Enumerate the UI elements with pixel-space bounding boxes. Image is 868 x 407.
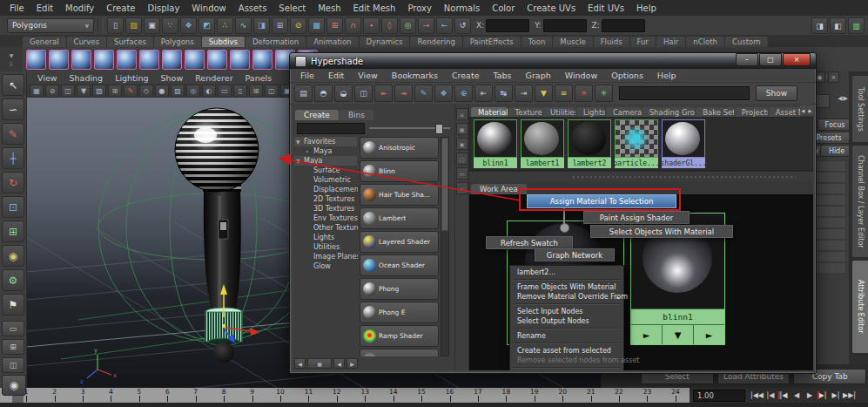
tab-channel-box[interactable]: Channel Box / Layer Editor — [851, 145, 868, 258]
context-item-remove-override[interactable]: Remove Material Override From► — [510, 292, 623, 302]
tab-bins[interactable]: Bins — [340, 110, 373, 120]
context-item-frame-objects[interactable]: Frame Objects With Material — [510, 282, 623, 292]
shelf-tab-rendering[interactable]: Rendering — [410, 37, 461, 47]
work-area-canvas[interactable]: blinn1 ►▼► lambert2...Frame Objects With… — [469, 194, 813, 370]
shelf-tab-fur[interactable]: Fur — [630, 37, 656, 47]
refresh-swatch-button[interactable]: Refresh Swatch — [486, 236, 573, 249]
menu-window[interactable]: Window — [185, 2, 232, 15]
material-list-scrollbar[interactable] — [441, 137, 449, 356]
swatch-lambert1[interactable]: lambert1 — [521, 119, 564, 168]
panel-menu-panels[interactable]: Panels — [239, 73, 279, 83]
step-back-key-button[interactable]: |◀ — [777, 390, 790, 401]
image-plane-icon[interactable]: ▧ — [92, 85, 106, 98]
material-anisotropic[interactable]: Anisotropic — [360, 137, 439, 159]
timeline-frame[interactable]: 23 — [633, 388, 661, 403]
shelf-tab-curves[interactable]: Curves — [67, 37, 107, 47]
resolution-gate-icon[interactable]: ▭ — [218, 85, 232, 98]
last-tool-icon[interactable]: ⚑ — [2, 294, 24, 315]
tree-3d-textures[interactable]: 3D Textures — [294, 204, 358, 214]
shelf-tab-polygons[interactable]: Polygons — [154, 37, 201, 47]
tree-lights[interactable]: Lights — [294, 233, 358, 242]
attribute-editor-toggle-icon[interactable]: ◨ — [811, 17, 828, 34]
page-left-icon[interactable]: ◀ — [333, 358, 345, 369]
hs-menu-file[interactable]: File — [293, 71, 321, 80]
subdiv-sphere-icon[interactable] — [26, 50, 46, 70]
list-view-icon[interactable]: ≡ — [456, 108, 468, 120]
hs-menu-help[interactable]: Help — [650, 71, 683, 80]
rearrange-graph-icon[interactable]: ❖ — [434, 85, 453, 102]
menu-set-selector[interactable]: Polygons ▼ — [7, 18, 94, 33]
subdiv-torus-icon[interactable] — [139, 50, 159, 70]
duplicate-shading-network-icon[interactable]: ⊕ — [454, 85, 473, 102]
maximize-button[interactable]: □ — [759, 53, 782, 66]
close-button[interactable]: × — [783, 53, 811, 66]
show-filter-button[interactable]: Show — [756, 85, 797, 101]
pane-layout-menu-icon[interactable]: ◉ — [2, 375, 26, 396]
timeline-frame[interactable]: 24 — [662, 388, 690, 403]
tab-tool-settings[interactable]: Tool Settings — [851, 75, 868, 143]
shelf-tab-toon[interactable]: Toon — [521, 37, 553, 47]
tabs-scroll-right-icon[interactable]: ▶ — [807, 105, 813, 115]
playback-speed-field[interactable]: 1.00 — [693, 390, 745, 402]
slider-thumb[interactable] — [435, 124, 443, 134]
timeline-frame[interactable]: 12 — [323, 388, 351, 403]
lasso-tool-icon[interactable]: ∽ — [2, 98, 24, 120]
subdiv-cone-icon[interactable] — [94, 50, 114, 70]
graph-network-button[interactable]: Graph Network — [535, 248, 615, 261]
timeline-frame[interactable]: 9 — [238, 388, 266, 403]
material-phong-e[interactable]: Phong E — [360, 302, 439, 323]
standard-mode-icon[interactable] — [252, 50, 273, 70]
previous-graph-icon[interactable]: ↞ — [374, 85, 393, 102]
menu-help[interactable]: Help — [630, 2, 663, 15]
select-tool-icon[interactable]: ↖ — [2, 74, 24, 96]
lock-selection-icon[interactable]: ⊘ — [290, 17, 306, 34]
toggle-create-bar-icon[interactable]: ▤ — [294, 85, 313, 102]
close-icon[interactable]: × — [828, 71, 839, 83]
timeline-frame[interactable]: 19 — [521, 388, 548, 403]
material-ramp-shader[interactable]: Ramp Shader — [360, 325, 439, 347]
tree-volumetric[interactable]: Volumetric — [294, 175, 358, 185]
snap-to-curve-icon[interactable]: ∩ — [345, 17, 361, 34]
step-forward-frame-button[interactable]: ▶| — [830, 390, 842, 401]
timeline-frame[interactable]: 15 — [407, 388, 435, 403]
menu-proxy[interactable]: Proxy — [401, 2, 437, 15]
context-item-select-input-nodes[interactable]: Select Input Nodes — [510, 307, 623, 316]
panel-menu-shading[interactable]: Shading — [64, 73, 110, 83]
soft-mod-tool-icon[interactable]: ◉ — [2, 245, 24, 267]
use-default-material-icon[interactable]: ◎ — [186, 85, 200, 98]
menu-select[interactable]: Select — [273, 2, 312, 15]
lock-camera-icon[interactable]: ⊘ — [45, 85, 59, 98]
swatch-blinn1[interactable]: blinn1 — [474, 119, 517, 168]
step-back-frame-button[interactable]: |◀ — [764, 390, 777, 401]
context-item-rename[interactable]: Rename — [510, 331, 623, 341]
timeline-frame[interactable]: 21 — [576, 388, 604, 403]
go-to-end-button[interactable]: ▶▶| — [843, 390, 856, 401]
timeline-frame[interactable]: 7 — [182, 388, 210, 403]
timeline-frame[interactable]: 10 — [266, 388, 294, 403]
scroll-left-icon[interactable]: ◀ — [294, 358, 306, 369]
tab-work-area[interactable]: Work Area — [471, 184, 527, 194]
timeline-frame[interactable]: 2 — [40, 388, 68, 403]
shelf-tab-fluids[interactable]: Fluids — [594, 37, 629, 47]
timeline-frame[interactable]: 5 — [125, 388, 153, 403]
tree-favorites[interactable]: ▼Favorites — [294, 137, 357, 146]
sort-icon[interactable]: ≡ — [555, 85, 573, 102]
shelf-tab-animation[interactable]: Animation — [306, 37, 358, 47]
film-gate-icon[interactable]: ▯ — [233, 85, 247, 98]
context-item-select-output-nodes[interactable]: Select Output Nodes — [510, 316, 623, 326]
hs-menu-view[interactable]: View — [351, 71, 385, 80]
filter-icon[interactable]: ▼ — [535, 85, 553, 102]
tool-settings-toggle-icon[interactable]: ◧ — [830, 17, 846, 34]
tree-2d-textures[interactable]: 2D Textures — [294, 194, 358, 204]
clear-graph-icon[interactable]: ✎ — [414, 85, 433, 102]
page-right-icon[interactable]: ▶ — [347, 358, 358, 369]
medium-swatches-icon[interactable]: ▣ — [456, 138, 468, 150]
small-swatches-icon[interactable]: ▦ — [456, 123, 468, 135]
collapse-hierarchy-icon[interactable] — [230, 50, 250, 70]
menu-mesh[interactable]: Mesh — [312, 2, 347, 15]
name-only-icon[interactable]: ▭ — [456, 167, 468, 180]
material-shading-map[interactable]: Shading Map — [360, 349, 439, 356]
hs-menu-create[interactable]: Create — [445, 71, 487, 80]
shelf-menu-icon[interactable]: ▼ — [10, 52, 14, 58]
timeline-frame[interactable]: 11 — [294, 388, 322, 403]
